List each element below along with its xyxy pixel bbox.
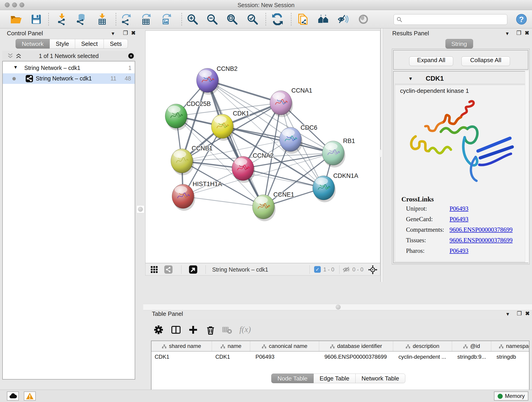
control-panel-close-icon[interactable]: ✖ (131, 30, 136, 36)
crosslink-row: GeneCard:P06493 (406, 216, 523, 226)
network-view-mode-icon[interactable] (164, 265, 172, 274)
export-table-icon[interactable] (140, 13, 152, 25)
network-collection-row[interactable]: ▼ String Network – cdk1 1 (3, 63, 135, 73)
memory-status-dot (498, 394, 503, 399)
network-status-dot (12, 77, 16, 80)
crosslink-value-link[interactable]: P06493 (450, 247, 469, 254)
results-scrollbar[interactable] (525, 71, 529, 263)
network-edge-CCNB2-CCNE1[interactable] (207, 80, 264, 207)
network-edge-CCNA2-CDKN1A[interactable] (243, 168, 323, 188)
open-session-icon[interactable] (10, 13, 22, 25)
crosslink-value-link[interactable]: P06493 (450, 205, 469, 212)
column-header-sharedname[interactable]: shared name (152, 341, 212, 351)
hide-selected-icon[interactable] (337, 13, 349, 25)
hidden-node-edge-counts: 0 - 0 (352, 266, 363, 273)
create-column-icon[interactable] (188, 325, 198, 335)
toolbar-separator (266, 13, 266, 26)
tab-network[interactable]: Network (16, 39, 50, 49)
save-session-icon[interactable] (30, 13, 42, 25)
network-canvas[interactable]: CCNB2CCNA1CDC25BCDK1CDC6RB1CCNB1CCNA2CDK… (145, 31, 380, 263)
crosslink-value-link[interactable]: 9606.ENSP00000378699 (450, 237, 513, 244)
table-options-gear-icon[interactable] (153, 325, 164, 335)
results-panel-float-icon[interactable]: ❐ (516, 30, 521, 36)
right-panel-splitter[interactable] (380, 28, 383, 282)
appearance-icon[interactable] (357, 13, 369, 25)
fit-content-crosshair-icon[interactable] (368, 265, 377, 274)
table-panel-close-icon[interactable]: ✖ (525, 310, 530, 317)
network-options-gear-icon[interactable] (127, 52, 135, 60)
node-label-CCNB2: CCNB2 (216, 65, 237, 72)
splitter-handle[interactable] (336, 305, 341, 310)
left-panel-splitter[interactable] (137, 28, 145, 390)
network-view-title: String Network – cdk1 (212, 266, 268, 273)
node-label-CDC25B: CDC25B (186, 100, 211, 107)
column-header-name[interactable]: name (212, 341, 250, 351)
collapse-all-button[interactable]: Collapse All (462, 56, 510, 66)
clone-network-icon[interactable] (297, 13, 309, 25)
results-panel-menu-icon[interactable]: ▾ (506, 30, 509, 37)
tab-sets[interactable]: Sets (104, 39, 128, 49)
results-buttons-bar: Expand All Collapse All (393, 50, 528, 70)
search-input[interactable] (404, 15, 505, 24)
table-cell[interactable]: 9606.ENSP00000378699 (319, 352, 393, 362)
node-gloss (175, 186, 187, 193)
tree-expand-arrow-icon[interactable]: ▼ (13, 65, 18, 70)
tab-string[interactable]: String (445, 39, 473, 49)
delete-column-icon[interactable] (205, 325, 216, 335)
gene-section: ▼ CDK1 cyclin-dependent kinase 1 (393, 71, 528, 263)
birdseye-view-icon[interactable] (189, 265, 197, 274)
column-header-id[interactable]: @id (452, 341, 491, 351)
table-panel-menu-icon[interactable]: ▾ (506, 311, 509, 317)
column-header-description[interactable]: description (393, 341, 452, 351)
search-field[interactable] (394, 14, 507, 25)
show-columns-icon[interactable] (171, 325, 181, 335)
control-panel-float-icon[interactable]: ❐ (123, 30, 128, 36)
column-header-canonicalname[interactable]: canonical name (250, 341, 319, 351)
expand-all-button[interactable]: Expand All (409, 56, 453, 66)
grid-view-icon[interactable] (151, 266, 158, 273)
crosslink-value-link[interactable]: P06493 (450, 216, 469, 223)
warnings-button[interactable] (24, 391, 36, 401)
section-collapse-arrow-icon[interactable]: ▼ (408, 76, 413, 81)
table-cell[interactable]: CDK1 (152, 352, 212, 362)
table-cell[interactable]: stringdb (491, 352, 530, 362)
tab-node-table[interactable]: Node Table (271, 374, 314, 383)
tab-network-table[interactable]: Network Table (355, 374, 405, 383)
import-network-from-database-icon[interactable] (75, 13, 87, 25)
tab-edge-table[interactable]: Edge Table (314, 374, 355, 383)
column-type-icon (221, 345, 225, 349)
zoom-selected-icon[interactable] (247, 13, 259, 25)
column-header-namespace[interactable]: namespace (491, 341, 530, 351)
node-gloss (325, 143, 338, 150)
toolbar-separator (291, 13, 291, 26)
zoom-fit-icon[interactable] (226, 13, 238, 25)
import-table-icon[interactable] (96, 13, 108, 25)
table-cell[interactable]: CDK1 (212, 352, 250, 362)
control-panel-menu-icon[interactable]: ▾ (112, 30, 114, 37)
cloud-icon (9, 393, 17, 399)
crosslink-value-link[interactable]: 9606.ENSP00000378699 (450, 226, 513, 233)
selected-count-checkbox-icon[interactable]: ✓ (314, 266, 321, 273)
horizontal-splitter[interactable] (143, 304, 532, 310)
show-all-networks-icon[interactable] (317, 13, 329, 25)
memory-button[interactable]: Memory (494, 391, 528, 401)
results-panel-close-icon[interactable]: ✖ (525, 30, 529, 36)
export-network-icon[interactable] (120, 13, 132, 25)
control-panel-tabs: NetworkStyleSelectSets (16, 39, 128, 49)
table-panel-float-icon[interactable]: ❐ (517, 310, 522, 317)
import-network-icon[interactable] (56, 13, 68, 25)
column-header-databaseidentifier[interactable]: database identifier (319, 341, 393, 351)
tab-select[interactable]: Select (75, 39, 104, 49)
tab-style[interactable]: Style (50, 39, 75, 49)
network-collection-label: String Network – cdk1 (24, 65, 80, 71)
table-cell[interactable]: P06493 (250, 352, 319, 362)
zoom-out-icon[interactable] (206, 13, 218, 25)
apply-layout-icon[interactable] (272, 13, 283, 25)
cloud-status-button[interactable] (7, 391, 19, 401)
table-cell[interactable]: stringdb:9... (452, 352, 491, 362)
zoom-in-icon[interactable] (186, 13, 198, 25)
export-image-icon[interactable] (160, 13, 172, 25)
network-row-selected[interactable]: String Network – cdk1 11 48 (3, 73, 135, 84)
help-icon[interactable]: ? (515, 13, 527, 25)
table-cell[interactable]: cyclin-dependent ... (393, 352, 452, 362)
